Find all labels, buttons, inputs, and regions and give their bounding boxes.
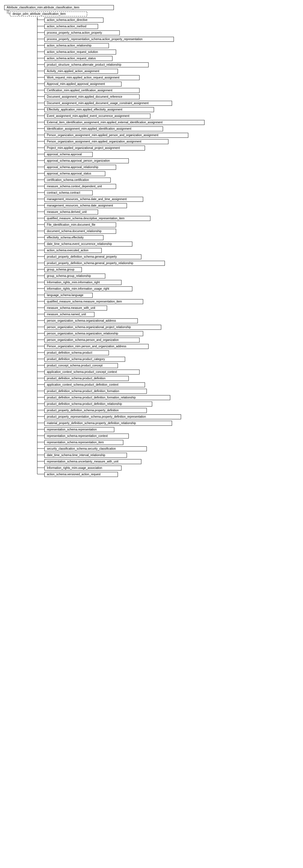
node-label: Document_assignment_mim.applied_document… (47, 95, 122, 98)
node-label: process_property_schema.action_property (47, 31, 102, 34)
node-label: action_schema.action_method (47, 25, 86, 28)
node-label: measure_schema.measure_with_unit (47, 306, 95, 310)
node-label: Identification_assignment_mim.applied_id… (47, 127, 131, 130)
node-label: application_context_schema.product_conce… (47, 370, 117, 373)
node-label: Work_request_mim.applied_action_request_… (47, 76, 120, 79)
node-label: certification_schema.certification (47, 178, 89, 182)
node-label: action_schema.action_directive (47, 18, 88, 22)
node-label: product_property_representation_schema.p… (47, 415, 146, 418)
node-label: product_concept_schema.product_concept (47, 364, 102, 367)
diagram-svg: Attribute_classification_mim.attribute_c… (3, 3, 279, 480)
node-label: date_time_schema.event_occurrence_relati… (47, 242, 112, 246)
node-label: measure_schema.derived_unit (47, 210, 87, 214)
node-label: action_schema.action_relationship (47, 44, 92, 47)
node-label: date_time_schema.time_interval_relations… (47, 454, 105, 457)
node-label: information_rights_mim.information_usage… (47, 287, 109, 290)
node-label: action_schema.action_request_solution (47, 50, 98, 54)
node-label: Project_mim.applied_organizational_proje… (47, 146, 120, 150)
node-label: product_definition_schema.product_defini… (47, 402, 122, 405)
node-label: representation_schema.uncertainty_measur… (47, 460, 118, 463)
node-label: approval_schema.approval (47, 153, 82, 156)
node-label: application_context_schema.product_defin… (47, 383, 118, 386)
node-label: Effectivity_application_mim.applied_effe… (47, 108, 122, 111)
node-label: person_organization_schema.organizationa… (47, 326, 131, 329)
node-label: product_definition_schema.product (47, 351, 92, 354)
node-label: Document_assignment_mim.applied_document… (47, 101, 149, 105)
diagram-container: Attribute_classification_mim.attribute_c… (3, 3, 300, 480)
node-label: product_property_definition_schema.gener… (47, 255, 117, 258)
node-label: management_resources_schema.date_assignm… (47, 204, 113, 207)
node-label: action_schema.executed_action (47, 249, 89, 252)
node-label: Activity_mim.applied_action_assignment (47, 69, 99, 73)
node-label: File_identification_mim.document_file (47, 223, 95, 226)
node-label: security_classification_schema.security_… (47, 447, 116, 450)
node-label: representation_schema.representation_con… (47, 434, 108, 437)
node-label: Approval_mim.applied_approval_assignment (47, 82, 105, 86)
node-label: measure_schema.context_dependent_unit (47, 185, 102, 188)
node-label: product_definition_schema.product_defini… (47, 377, 105, 380)
node-label: product_definition_schema.product_defini… (47, 390, 119, 393)
node-label: Information_rights_mim.information_right (47, 281, 100, 284)
node-label: qualified_measure_schema.measure_represe… (47, 300, 122, 303)
node-label: person_organization_schema.organizationa… (47, 319, 116, 322)
node-label: material_property_definition_schema.prop… (47, 422, 136, 425)
node-label: product_definition_schema.product_defini… (47, 396, 136, 399)
node-label: product_property_definition_schema.prope… (47, 409, 119, 412)
node-label: product_definition_schema.product_catego… (47, 358, 105, 361)
node-label: document_schema.document_relationship (47, 229, 101, 233)
node-label: Person_organization_assignment_mim.appli… (47, 133, 158, 137)
node-label: approval_schema.approval_person_organiza… (47, 159, 110, 162)
node-label: person_organization_schema.organization_… (47, 332, 118, 335)
node-label: representation_schema.representation (47, 428, 97, 431)
node-label: qualified_measure_schema.descriptive_rep… (47, 217, 125, 220)
node-label: Attribute_classification_mim.attribute_c… (7, 6, 80, 9)
node-label: approval_schema.approval_relationship (47, 165, 98, 169)
node-label: action_schema.action_request_status (47, 57, 96, 60)
node-label: contract_schema.contract (47, 191, 80, 194)
node-label: Event_assignment_mim.applied_event_occur… (47, 114, 129, 118)
node-label: measure_schema.named_unit (47, 313, 86, 316)
node-label: Person_organization_assignment_mim.appli… (47, 140, 142, 143)
node-label: Certification_mim.applied_certification_… (47, 89, 112, 92)
node-label: Person_organization_mim.person_and_organ… (47, 345, 126, 348)
node-label: product_property_definition_schema.gener… (47, 261, 133, 265)
node-label: Information_rights_mim.usage_association (47, 466, 102, 469)
node-label: process_property_representation_schema.a… (47, 37, 143, 41)
node-label: product_structure_schema.alternate_produ… (47, 63, 121, 66)
node-label: External_item_identification_assignment_… (47, 121, 163, 124)
node-label: representation_schema.representation_ite… (47, 441, 104, 444)
node-label: design_pdm_attribute_classification_item (12, 12, 66, 16)
node-label: action_schema.versioned_action_request (47, 473, 101, 476)
node-label: approval_schema.approval_status (47, 172, 91, 175)
node-label: group_schema.group (47, 268, 74, 271)
node-label: effectivity_schema.effectivity (47, 236, 84, 239)
node-label: language_schema.language (47, 293, 84, 297)
node-label: management_resources_schema.date_and_tim… (47, 197, 127, 201)
node-label: person_organization_schema.person_and_or… (47, 338, 119, 341)
node-label: group_schema.group_relationship (47, 274, 91, 278)
